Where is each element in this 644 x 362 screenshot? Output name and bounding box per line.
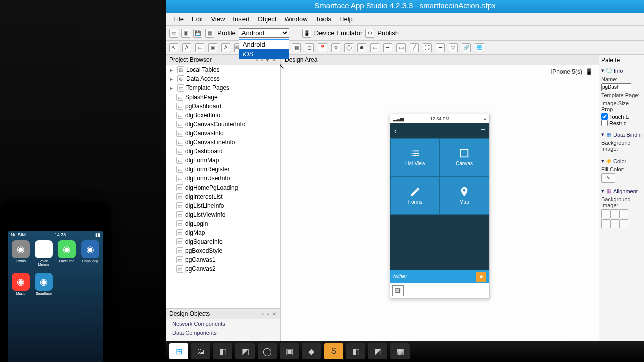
design-obj-network[interactable]: Network Components <box>166 319 280 328</box>
image-icon[interactable]: 🖼 <box>392 285 404 296</box>
windows-taskbar[interactable]: ⊞ 🗂 ◧ ◩ ◯ ▣ ◆ S ◧ ◩ ▦ <box>166 341 644 362</box>
chrome-icon[interactable]: ◯ <box>258 343 277 359</box>
tree-item[interactable]: ▭SplashPage <box>166 93 280 102</box>
tool-crop-icon[interactable]: ⛶ <box>423 43 432 52</box>
start-icon[interactable]: ⊞ <box>169 343 188 359</box>
tree-item[interactable]: ▭pgCanvas1 <box>166 255 280 264</box>
star-icon[interactable]: ★ <box>476 272 486 282</box>
tree-item[interactable]: ▭pgBoxedStyle <box>166 246 280 255</box>
tree-item[interactable]: ▸⊞Local Tables <box>166 65 280 74</box>
back-icon[interactable]: ‹ <box>394 127 397 135</box>
app3-icon[interactable]: ▣ <box>280 343 299 359</box>
publish-icon[interactable]: ⚙ <box>365 29 374 38</box>
profile-combo[interactable]: Android Android iOS <box>239 28 289 38</box>
tool-rect-icon[interactable]: ▭ <box>195 43 204 52</box>
app4-icon[interactable]: ◆ <box>302 343 321 359</box>
tree-item[interactable]: ▭dlgCanvasInfo <box>166 129 280 138</box>
app7-icon[interactable]: ▦ <box>390 343 410 359</box>
tool-panel-icon[interactable]: ▭ <box>396 43 406 52</box>
design-area-title: Design Area <box>281 55 599 65</box>
tool-label-icon[interactable]: A <box>221 43 230 52</box>
tool-image-icon[interactable]: ▣ <box>208 43 217 52</box>
save-icon[interactable]: 💾 <box>193 29 202 38</box>
new-icon[interactable]: ▭ <box>169 29 178 38</box>
design-canvas[interactable]: iPhone 5(s) 📱 ▂▃▅ 12:34 PM ≡ ‹ ≡ <box>281 65 599 346</box>
tool-frame-icon[interactable]: ▭ <box>370 43 379 52</box>
design-obj-data[interactable]: Data Components <box>166 328 280 337</box>
menu-window[interactable]: Window <box>281 14 310 24</box>
tile-canvas[interactable]: Canvas <box>440 138 489 176</box>
tree-item[interactable]: ▸▭Template Pages <box>166 83 280 93</box>
open-icon[interactable]: ▣ <box>181 29 190 38</box>
fill-color-swatch[interactable]: ✎ <box>601 173 615 183</box>
tool-record-icon[interactable]: ⏺ <box>357 43 366 52</box>
menu-icon[interactable]: ≡ <box>481 127 485 135</box>
info-section[interactable]: ▾ ⓘ Info <box>601 66 642 75</box>
tree-item[interactable]: ▭dlgListViewInfo <box>166 210 280 219</box>
tree-item[interactable]: ▭dlgFormMap <box>166 156 280 165</box>
menu-object[interactable]: Object <box>255 14 280 24</box>
explorer-icon[interactable]: 🗂 <box>191 343 210 359</box>
tree-item[interactable]: ▭dlgCanvasLineInfo <box>166 138 280 147</box>
tree-item[interactable]: ▭dlgDashboard <box>166 147 280 156</box>
tree-item[interactable]: ▭dlgFormRegister <box>166 165 280 174</box>
menu-help[interactable]: Help <box>336 14 356 24</box>
palette-panel: Palette ▾ ⓘ Info Name: Template Page: Im… <box>599 55 644 359</box>
project-tree[interactable]: ▸⊞Local Tables▸⊕Data Access▸▭Template Pa… <box>166 65 280 308</box>
tool-line-icon[interactable]: ━ <box>383 43 392 52</box>
tree-item[interactable]: ▭dlgCanvasCounterInfo <box>166 120 280 129</box>
app1-icon[interactable]: ◧ <box>213 343 232 359</box>
profile-option-ios[interactable]: iOS <box>239 49 289 59</box>
tree-item[interactable]: ▭dlgSquareInfo <box>166 237 280 246</box>
tile-forms[interactable]: Forms <box>390 176 440 215</box>
tool-gear-icon[interactable]: ⚙ <box>331 43 340 52</box>
tool-globe-icon[interactable]: 🌐 <box>475 43 484 52</box>
tool-square-icon[interactable]: ◻ <box>305 43 314 52</box>
device-emulator-label[interactable]: Device Emulator <box>314 29 362 37</box>
menu-tools[interactable]: Tools <box>313 14 334 24</box>
physical-iphone: No SIM 14:38 ▮▮ ◉Extras◉Voice Memos◉Face… <box>0 201 111 362</box>
device-preview[interactable]: ▂▃▅ 12:34 PM ≡ ‹ ≡ List ViewCanvasFormsM… <box>390 114 490 299</box>
tree-item[interactable]: ▭dlgMap <box>166 228 280 237</box>
tree-item[interactable]: ▭dlgHomePgLoading <box>166 183 280 192</box>
menu-insert[interactable]: Insert <box>230 14 253 24</box>
tile-listview[interactable]: List View <box>390 138 440 176</box>
alignment-section[interactable]: ▾ ▦ Alignment <box>601 187 642 195</box>
databinding-section[interactable]: ▾ ▦ Data Bindin <box>601 130 642 139</box>
tool-pin-icon[interactable]: 📍 <box>318 43 327 52</box>
tree-item[interactable]: ▭dlgListLineInfo <box>166 201 280 210</box>
restrict-checkbox[interactable] <box>601 120 608 126</box>
sublime-icon[interactable]: S <box>324 343 343 359</box>
tool-cursor-icon[interactable]: ↖ <box>169 43 178 52</box>
profile-select[interactable]: Android <box>239 28 289 38</box>
app6-icon[interactable]: ◩ <box>368 343 387 359</box>
tool-circle-icon[interactable]: ◯ <box>344 43 353 52</box>
tool-map-icon[interactable]: ▦ <box>292 43 301 52</box>
tree-item[interactable]: ▭dlgBoxedInfo <box>166 111 280 120</box>
profile-option-android[interactable]: Android <box>239 40 289 49</box>
tool-filter-icon[interactable]: ▽ <box>449 43 458 52</box>
tree-item[interactable]: ▭dlgInterestList <box>166 192 280 201</box>
saveall-icon[interactable]: ▦ <box>205 29 214 38</box>
tool-list-icon[interactable]: ☰ <box>436 43 445 52</box>
color-section[interactable]: ▾ ◉ Color <box>601 157 642 165</box>
device-icon[interactable]: 📱 <box>302 29 311 38</box>
menu-edit[interactable]: Edit <box>189 14 206 24</box>
tree-item[interactable]: ▭pgCanvas2 <box>166 264 280 274</box>
tree-item[interactable]: ▭dlgFormUserInfo <box>166 174 280 183</box>
publish-label[interactable]: Publish <box>377 29 399 37</box>
app5-icon[interactable]: ◧ <box>346 343 365 359</box>
tool-link-icon[interactable]: 🔗 <box>462 43 471 52</box>
tree-item[interactable]: ▭dlgLogin <box>166 219 280 228</box>
tool-slash-icon[interactable]: ╱ <box>410 43 419 52</box>
menu-file[interactable]: File <box>170 14 187 24</box>
prop-name-input[interactable] <box>601 83 631 91</box>
tile-map[interactable]: Map <box>440 176 489 215</box>
app2-icon[interactable]: ◩ <box>235 343 255 359</box>
touch-checkbox[interactable] <box>601 113 608 120</box>
tree-item[interactable]: ▸⊕Data Access <box>166 74 280 83</box>
alignment-grid[interactable] <box>601 209 642 228</box>
menu-view[interactable]: View <box>208 14 228 24</box>
tool-text-icon[interactable]: A <box>182 43 191 52</box>
tree-item[interactable]: ▭pgDashboard <box>166 102 280 111</box>
